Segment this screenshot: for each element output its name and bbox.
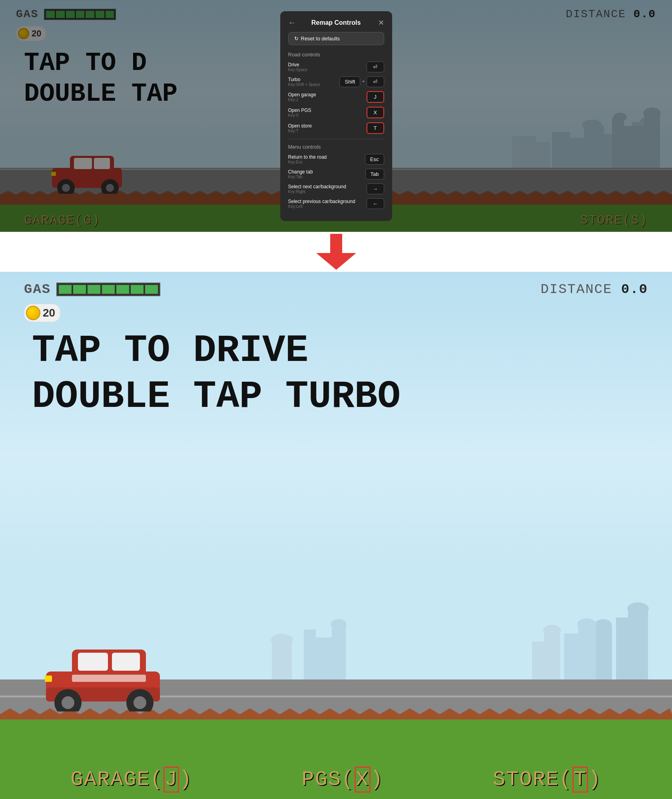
tap-text-bottom: TAP TO DRIVE DOUBLE TAP TURBO (32, 328, 401, 420)
control-name-prev: Select previous car/background (288, 199, 355, 204)
key-garage[interactable]: J (367, 91, 384, 103)
gas-hud-bottom: GAS (24, 282, 160, 297)
top-game-screen: GAS DISTANCE 0.0 20 TAP TO D DOUBLE TAP (0, 0, 672, 232)
svg-rect-33 (578, 626, 596, 681)
key-space[interactable]: ⏎ (367, 76, 384, 87)
svg-rect-25 (330, 234, 342, 254)
control-hint-tab: Key:Tab (288, 175, 313, 179)
pgs-label-bottom: PGS(X) (301, 768, 383, 791)
coin-hud-bottom: 20 (24, 304, 60, 322)
svg-rect-49 (112, 653, 140, 671)
svg-rect-35 (532, 642, 544, 681)
down-arrow-indicator (316, 234, 356, 270)
modal-header: ← Remap Controls ✕ (288, 19, 384, 26)
key-right[interactable]: → (367, 183, 384, 194)
svg-rect-27 (616, 618, 628, 681)
arrow-section (0, 232, 672, 272)
control-open-garage: Open garage Key:J J (288, 91, 384, 103)
control-hint-drive: Key:Space (288, 68, 307, 72)
store-key-highlight: T (572, 767, 588, 793)
control-turbo: Turbo Key:Shift + Space Shift + ⏎ (288, 76, 384, 87)
control-hint-pgs: Key:X (288, 113, 311, 118)
key-shift[interactable]: Shift (339, 76, 360, 87)
control-hint-prev: Key:Left (288, 204, 355, 209)
svg-point-30 (627, 602, 649, 615)
coin-count-bottom: 20 (43, 307, 55, 319)
reset-defaults-button[interactable]: ↻ Reset to defaults (288, 32, 384, 45)
pgs-key-highlight: X (355, 767, 370, 793)
control-name-tab: Change tab (288, 169, 313, 175)
control-change-tab: Change tab Key:Tab Tab (288, 169, 384, 179)
svg-point-52 (62, 696, 74, 709)
control-name-drive: Drive (288, 62, 307, 68)
control-hint-garage: Key:J (288, 98, 316, 102)
key-turbo-combo: Shift + ⏎ (339, 76, 384, 87)
menu-section-title: Menu controls (288, 144, 384, 150)
gas-seg-b7 (145, 285, 158, 294)
control-open-store: Open store Key:T T (288, 122, 384, 134)
control-select-prev: Select previous car/background Key:Left … (288, 198, 384, 209)
key-store[interactable]: T (367, 122, 384, 134)
car-bottom (40, 640, 168, 711)
key-pgs[interactable]: X (367, 107, 384, 118)
gas-seg-b5 (116, 285, 129, 294)
svg-rect-50 (72, 675, 146, 682)
control-select-next: Select next car/background Key:Right → (288, 183, 384, 194)
modal-close-button[interactable]: ✕ (378, 18, 384, 27)
control-name-next: Select next car/background (288, 184, 346, 189)
reset-icon: ↻ (294, 36, 299, 42)
svg-point-37 (543, 625, 561, 636)
bottom-game-screen: GAS DISTANCE 0.0 20 TAP TO DRIVE DOUBLE … (0, 272, 672, 799)
control-name-return: Return to the road (288, 154, 327, 160)
distance-label-bottom: DISTANCE (540, 282, 612, 297)
control-hint-store: Key:T (288, 129, 312, 133)
control-name-pgs: Open PGS (288, 108, 311, 113)
coin-badge-bottom: 20 (24, 304, 60, 322)
control-name-store: Open store (288, 123, 312, 129)
gas-label-bottom: GAS (24, 282, 51, 297)
svg-point-34 (577, 618, 596, 630)
key-left[interactable]: ← (367, 198, 384, 209)
garage-label-bottom: GARAGE(J) (71, 768, 193, 791)
key-drive[interactable]: ⏎ (367, 62, 384, 72)
control-drive: Drive Key:Space ⏎ (288, 62, 384, 72)
svg-point-54 (134, 696, 146, 709)
gas-bar-bottom (56, 283, 160, 296)
svg-rect-38 (304, 630, 316, 681)
control-return-road: Return to the road Key:Esc Esc (288, 154, 384, 165)
control-name-garage: Open garage (288, 92, 316, 98)
control-hint-next: Key:Right (288, 189, 346, 194)
road-section-title: Road controls (288, 52, 384, 58)
section-divider (288, 139, 384, 139)
modal-overlay: ← Remap Controls ✕ ↻ Reset to defaults R… (0, 0, 672, 232)
svg-rect-42 (272, 642, 292, 681)
coin-icon-bottom (26, 306, 40, 320)
reset-label: Reset to defaults (301, 36, 340, 42)
garage-key-highlight: J (164, 767, 179, 793)
car-svg-bottom (40, 640, 168, 711)
hud-bottom: GAS DISTANCE 0.0 (0, 282, 672, 297)
svg-rect-55 (45, 675, 52, 682)
gas-seg-b2 (73, 285, 86, 294)
svg-rect-39 (316, 638, 332, 681)
distance-hud-bottom: DISTANCE 0.0 (540, 282, 648, 297)
distance-value-bottom: 0.0 (621, 282, 648, 297)
remap-modal: ← Remap Controls ✕ ↻ Reset to defaults R… (280, 11, 392, 221)
control-name-turbo: Turbo (288, 77, 320, 82)
bottom-labels-bottom: GARAGE(J) PGS(X) STORE(T) (0, 768, 672, 791)
svg-marker-26 (316, 253, 356, 270)
control-hint-return: Key:Esc (288, 160, 327, 164)
tap-line1-bottom: TAP TO DRIVE (32, 328, 401, 374)
gas-seg-b1 (59, 285, 72, 294)
tap-line2-bottom: DOUBLE TAP TURBO (32, 374, 401, 420)
svg-rect-28 (628, 610, 648, 681)
svg-rect-48 (78, 653, 108, 671)
sky-buildings-bottom-right (424, 602, 664, 681)
modal-title: Remap Controls (311, 19, 361, 26)
svg-rect-32 (564, 634, 578, 681)
key-tab[interactable]: Tab (365, 169, 384, 179)
svg-rect-36 (544, 632, 560, 681)
key-esc[interactable]: Esc (365, 154, 384, 165)
modal-back-button[interactable]: ← (288, 18, 296, 27)
gas-seg-b3 (88, 285, 100, 294)
